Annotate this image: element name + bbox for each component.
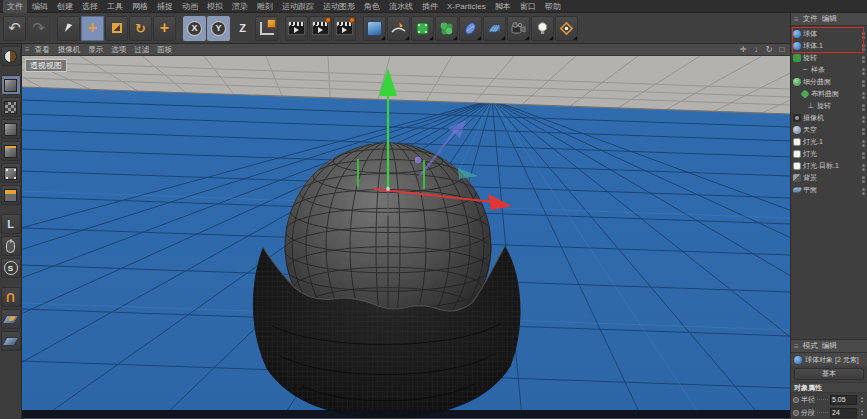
uv-mesh-mode-button[interactable]: [1, 119, 21, 139]
vp-menu-display[interactable]: 显示: [85, 45, 106, 55]
basic-tab-button[interactable]: 基本: [794, 368, 864, 380]
menu-help[interactable]: 帮助: [541, 0, 565, 13]
render-settings-button[interactable]: [333, 16, 356, 41]
mograph-button[interactable]: [555, 16, 578, 41]
tree-item-lathe[interactable]: 旋转: [793, 52, 867, 64]
attribute-menu-icon[interactable]: ≡: [794, 342, 799, 351]
menu-xparticles[interactable]: X-Particles: [443, 1, 490, 12]
menu-mesh[interactable]: 网格: [128, 0, 152, 13]
edge-mode-button[interactable]: [1, 141, 21, 161]
subdivision-surface-button[interactable]: [411, 16, 434, 41]
menu-mograph[interactable]: 运动图形: [319, 0, 359, 13]
spinner-down-icon[interactable]: ▼: [859, 400, 865, 404]
menu-pipeline[interactable]: 流水线: [385, 0, 417, 13]
floor-grid-icon: [486, 20, 503, 37]
texture-mode-button[interactable]: [1, 97, 21, 117]
lock-y-button[interactable]: Y: [207, 16, 230, 41]
tree-item-light-target[interactable]: 灯光.目标.1: [793, 160, 867, 172]
toggle-view-icon[interactable]: □: [777, 45, 787, 54]
last-tool[interactable]: +: [153, 16, 176, 41]
keyframe-dot-icon[interactable]: [793, 410, 799, 416]
camera-button[interactable]: [507, 16, 530, 41]
menu-script[interactable]: 脚本: [491, 0, 515, 13]
menu-sculpt[interactable]: 雕刻: [253, 0, 277, 13]
pan-view-icon[interactable]: ✛: [738, 45, 748, 54]
menu-tools[interactable]: 工具: [103, 0, 127, 13]
move-tool[interactable]: +: [81, 16, 104, 41]
primitive-cube-button[interactable]: [363, 16, 386, 41]
zoom-view-icon[interactable]: ↓: [751, 45, 761, 54]
make-editable-button[interactable]: [1, 46, 21, 66]
tree-item-sky[interactable]: 天空: [793, 124, 867, 136]
menu-simulate[interactable]: 模拟: [203, 0, 227, 13]
radius-row: 半径 5.05 ▲▼: [791, 393, 867, 406]
menu-select[interactable]: 选择: [78, 0, 102, 13]
vp-menu-filter[interactable]: 过滤: [131, 45, 152, 55]
vp-menu-panel[interactable]: 面板: [154, 45, 175, 55]
light-button[interactable]: [531, 16, 554, 41]
menu-edit[interactable]: 编辑: [28, 0, 52, 13]
menu-character[interactable]: 角色: [360, 0, 384, 13]
lock-z-button[interactable]: Z: [231, 16, 254, 41]
deformer-button[interactable]: [435, 16, 458, 41]
menu-animate[interactable]: 动画: [178, 0, 202, 13]
floor-button[interactable]: [483, 16, 506, 41]
magnet-snap-button[interactable]: U: [1, 287, 21, 307]
tree-item-background[interactable]: 背景: [793, 172, 867, 184]
tree-item-sphere[interactable]: 球体: [793, 28, 867, 40]
tree-item-lathe-child[interactable]: ⊥旋转: [793, 100, 867, 112]
vp-menu-options[interactable]: 选项: [108, 45, 129, 55]
undo-button[interactable]: ↶: [3, 16, 26, 41]
rotate-view-icon[interactable]: ↻: [764, 45, 774, 54]
model-mode-button[interactable]: [1, 75, 21, 95]
menu-plugins[interactable]: 插件: [418, 0, 442, 13]
viewport-canvas[interactable]: [22, 56, 790, 418]
viewport-solo-button[interactable]: [1, 236, 21, 256]
tree-item-camera[interactable]: 摄像机: [793, 112, 867, 124]
keyframe-dot-icon[interactable]: [793, 397, 799, 403]
tree-item-subdivision[interactable]: 细分曲面: [793, 76, 867, 88]
attr-menu-edit[interactable]: 编辑: [822, 341, 837, 351]
tree-item-light1[interactable]: 灯光.1: [793, 136, 867, 148]
segments-input[interactable]: 24: [830, 408, 857, 418]
menu-file[interactable]: 文件: [3, 0, 27, 13]
attr-menu-mode[interactable]: 模式: [803, 341, 818, 351]
environment-button[interactable]: [459, 16, 482, 41]
axis-cross-icon: +: [160, 19, 169, 37]
radius-input[interactable]: 5.05: [830, 395, 857, 405]
vp-menu-cameras[interactable]: 摄像机: [55, 45, 84, 55]
menu-render[interactable]: 渲染: [228, 0, 252, 13]
om-menu-edit[interactable]: 编辑: [822, 14, 837, 24]
coordinate-system-button[interactable]: [255, 16, 278, 41]
tree-item-light[interactable]: 灯光: [793, 148, 867, 160]
object-properties-section[interactable]: 对象属性: [791, 382, 867, 393]
point-mode-button[interactable]: [1, 163, 21, 183]
snap-button[interactable]: S: [1, 258, 21, 278]
render-view-button[interactable]: [285, 16, 308, 41]
object-manager-menu-icon[interactable]: ≡: [794, 15, 799, 24]
redo-button[interactable]: ↷: [27, 16, 50, 41]
render-picture-viewer-button[interactable]: [309, 16, 332, 41]
tree-item-plane[interactable]: 平面: [793, 184, 867, 196]
menu-motion-tracker[interactable]: 运动跟踪: [278, 0, 318, 13]
tree-item-spline[interactable]: ~样条: [793, 64, 867, 76]
enable-axis-button[interactable]: L: [1, 214, 21, 234]
viewport-menu-icon[interactable]: ≡: [25, 45, 30, 54]
workplane-lock-button[interactable]: [1, 309, 21, 329]
spline-pen-button[interactable]: [387, 16, 410, 41]
spinner-down-icon[interactable]: ▼: [859, 413, 865, 417]
polygon-mode-button[interactable]: [1, 185, 21, 205]
scale-tool[interactable]: [105, 16, 128, 41]
om-menu-file[interactable]: 文件: [803, 14, 818, 24]
workplane-button[interactable]: [1, 331, 21, 351]
rotate-tool[interactable]: ↻: [129, 16, 152, 41]
tree-item-cloth-surface[interactable]: 布料曲面: [793, 88, 867, 100]
live-selection-tool[interactable]: [57, 16, 80, 41]
menu-create[interactable]: 创建: [53, 0, 77, 13]
tree-item-sphere1[interactable]: 球体.1: [793, 40, 867, 52]
menu-snap[interactable]: 捕捉: [153, 0, 177, 13]
menu-window[interactable]: 窗口: [516, 0, 540, 13]
vp-menu-view[interactable]: 查看: [32, 45, 53, 55]
lock-x-button[interactable]: X: [183, 16, 206, 41]
viewport[interactable]: ≡ 查看 摄像机 显示 选项 过滤 面板 ✛ ↓ ↻ □: [22, 44, 790, 419]
